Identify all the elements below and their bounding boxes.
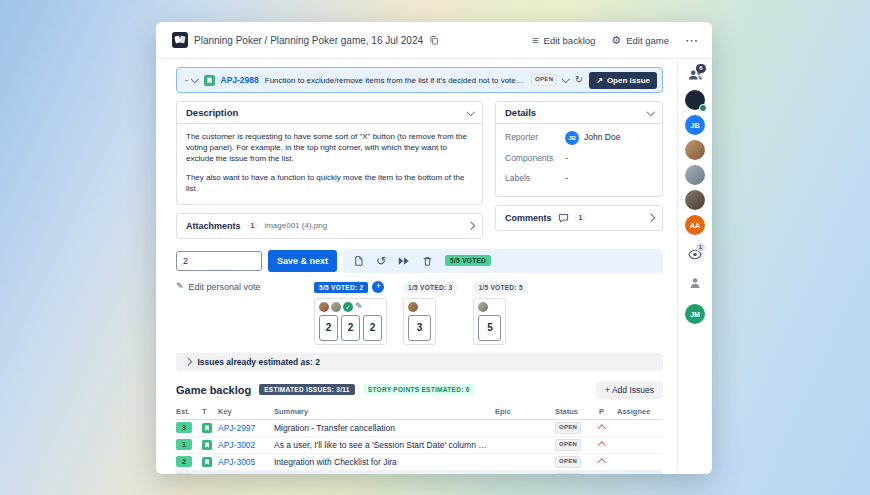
estimate-dropdown[interactable]: - [185, 75, 198, 85]
vote-card[interactable]: 2 [319, 315, 338, 341]
open-arrow-icon: ↗ [596, 76, 603, 85]
vote-card[interactable]: 5 [478, 315, 501, 341]
description-panel: Description The customer is requesting t… [176, 101, 483, 205]
components-label: Components [505, 153, 565, 165]
chevron-right-icon [466, 222, 474, 230]
voted-summary-badge: 5/5 VOTED [445, 255, 491, 266]
pencil-icon: ✎ [355, 302, 363, 311]
votes-section: ✎ Edit personal vote 5/5 VOTED: 2 + [176, 281, 663, 345]
estimate-badge[interactable]: 2 [176, 456, 192, 467]
estimate-badge[interactable]: - [176, 473, 192, 474]
issue-key-link[interactable]: APJ-3005 [218, 457, 274, 467]
save-next-button[interactable]: Save & next [268, 250, 337, 272]
description-title: Description [186, 107, 238, 118]
estimated-issues-collapsed-row[interactable]: Issues already estimated as: 2 [176, 353, 663, 371]
window-header: Planning Poker / Planning Poker game, 16… [156, 22, 712, 59]
more-actions-button[interactable]: ⋯ [685, 34, 698, 47]
col-type: T [202, 407, 218, 416]
chevron-right-icon [184, 358, 192, 366]
backlog-icon: ≡ [532, 35, 538, 46]
story-icon [202, 423, 218, 433]
vote-cards-box: 3 [403, 298, 436, 345]
open-issue-button[interactable]: ↗ Open issue [589, 72, 657, 89]
details-panel-header[interactable]: Details [496, 102, 662, 123]
reporter-avatar[interactable]: JB [565, 131, 579, 145]
status-chevron-down-icon[interactable] [562, 75, 570, 83]
status-badge: OPEN [555, 456, 581, 467]
reporter-label: Reporter [505, 132, 565, 144]
labels-row: Labels - [505, 173, 653, 185]
issue-key-link[interactable]: APJ-2988 [221, 75, 259, 85]
participants-rail: 6 JB AA 1 [677, 59, 712, 474]
participant-avatar[interactable] [685, 190, 705, 210]
breadcrumb: Planning Poker / Planning Poker game, 16… [194, 35, 423, 46]
reporter-row: Reporter JB John Doe [505, 131, 653, 145]
planning-poker-window: Planning Poker / Planning Poker game, 16… [156, 22, 712, 474]
vote-input[interactable] [176, 251, 262, 271]
vote-card[interactable]: 2 [363, 315, 382, 341]
plus-icon[interactable]: + [372, 281, 384, 293]
vote-group: 1/5 VOTED: 3 3 [403, 281, 457, 345]
issue-summary[interactable]: Integration with Checklist for Jira [274, 457, 495, 467]
edit-backlog-button[interactable]: ≡ Edit backlog [532, 35, 595, 46]
participants-button[interactable]: 6 [688, 67, 703, 85]
note-icon[interactable] [353, 255, 364, 267]
app-avatar[interactable] [685, 90, 705, 110]
issue-key-link[interactable]: APJ-3002 [218, 440, 274, 450]
estimate-badge[interactable]: 1 [176, 439, 192, 450]
refresh-icon[interactable]: ↻ [575, 75, 583, 85]
anonymous-user-button[interactable] [689, 275, 701, 293]
priority-up-icon [599, 441, 617, 449]
participant-avatar-jb[interactable]: JB [685, 115, 705, 135]
voter-avatar [319, 302, 329, 312]
edit-personal-vote-link[interactable]: ✎ Edit personal vote [176, 281, 314, 292]
labels-label: Labels [505, 173, 565, 185]
comment-bubble-icon [558, 213, 569, 223]
backlog-row-selected[interactable]: - APJ-2988 Function to exclude/remove it… [176, 471, 663, 474]
voter-avatar [478, 302, 488, 312]
story-points-badge: STORY POINTS ESTIMATED: 6 [363, 384, 475, 395]
trash-icon[interactable] [422, 255, 433, 267]
vote-cards-box: ✓ ✎ 2 2 2 [314, 298, 387, 345]
chevron-right-icon [646, 214, 654, 222]
backlog-table-header: Est. T Key Summary Epic Status P Assigne… [176, 405, 663, 420]
participant-avatar-jm[interactable]: JM [685, 304, 705, 324]
comments-panel: Comments 1 [495, 205, 663, 231]
participant-avatar-aa[interactable]: AA [685, 215, 705, 235]
edit-game-button[interactable]: ⚙ Edit game [611, 35, 669, 46]
check-icon: ✓ [343, 302, 353, 312]
backlog-row[interactable]: 2 APJ-3005 Integration with Checklist fo… [176, 454, 663, 471]
attachments-panel: Attachments 1 image001 (4).png [176, 213, 483, 239]
backlog-row[interactable]: 1 APJ-3002 As a user, I'll like to see a… [176, 437, 663, 454]
description-panel-header[interactable]: Description [177, 102, 482, 123]
issue-key-link[interactable]: APJ-2997 [218, 423, 274, 433]
chevron-down-icon [646, 108, 654, 116]
participant-avatar[interactable] [685, 140, 705, 160]
copy-title-icon[interactable] [429, 35, 439, 45]
add-issues-button[interactable]: + Add Issues [596, 381, 663, 399]
estimated-issues-badge: ESTIMATED ISSUES: 3/11 [259, 384, 355, 395]
vote-card[interactable]: 3 [408, 315, 431, 341]
attachments-panel-header[interactable]: Attachments 1 image001 (4).png [177, 214, 482, 238]
attachment-file-name[interactable]: image001 (4).png [264, 221, 461, 230]
comments-panel-header[interactable]: Comments 1 [496, 206, 662, 230]
chevron-down-icon [466, 108, 474, 116]
planning-poker-logo-icon [172, 32, 188, 48]
watchers-button[interactable]: 1 [688, 246, 702, 264]
vote-card[interactable]: 2 [341, 315, 360, 341]
labels-value: - [565, 173, 568, 185]
backlog-row[interactable]: 3 APJ-2997 Migration - Transfer cancella… [176, 420, 663, 437]
reporter-name: John Doe [584, 132, 620, 144]
estimate-badge[interactable]: 3 [176, 422, 192, 433]
online-dot [699, 104, 707, 112]
priority-up-icon [599, 424, 617, 432]
skip-forward-icon[interactable] [398, 256, 410, 266]
participant-avatar[interactable] [685, 165, 705, 185]
vote-controls: Save & next ↺ 5/5 VOTED [176, 249, 663, 273]
main-content: - APJ-2988 Function to exclude/remove it… [156, 59, 677, 474]
status-badge: OPEN [555, 422, 581, 433]
status-badge[interactable]: OPEN [531, 74, 557, 85]
issue-summary[interactable]: As a user, I'll like to see a 'Session S… [274, 440, 495, 450]
reset-vote-icon[interactable]: ↺ [376, 255, 386, 267]
issue-summary[interactable]: Migration - Transfer cancellation [274, 423, 495, 433]
